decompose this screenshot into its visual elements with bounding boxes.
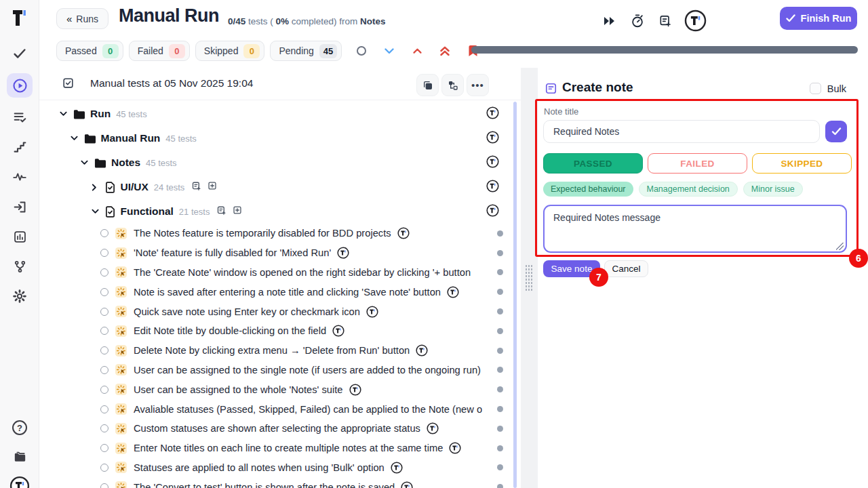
test-status-circle[interactable] [100, 249, 108, 257]
test-status-circle[interactable] [100, 424, 108, 432]
chevron-down-icon[interactable] [60, 111, 67, 117]
back-to-runs-button[interactable]: « Runs [56, 8, 108, 29]
divider-drag-handle[interactable] [525, 264, 533, 291]
test-app-badge[interactable] [427, 422, 439, 434]
test-row[interactable]: Custom statuses are shown after selectin… [39, 419, 521, 439]
test-app-badge[interactable] [401, 481, 413, 488]
chevron-down-icon[interactable] [92, 209, 99, 214]
suite-name[interactable]: UI/UX [121, 181, 149, 193]
copy-run-button[interactable] [416, 74, 439, 96]
more-options-button[interactable]: ••• [467, 74, 489, 96]
test-status-circle[interactable] [100, 366, 108, 374]
app-logo-badge[interactable] [684, 9, 707, 32]
chevron-down-icon[interactable] [381, 43, 397, 59]
tree-scrollbar[interactable] [513, 102, 517, 488]
filter-pending[interactable]: Pending45 [270, 41, 342, 61]
test-row[interactable]: Enter Note titles on each line to create… [39, 439, 521, 458]
test-title[interactable]: The 'Create Note' window is opened on th… [134, 267, 471, 278]
test-status-circle[interactable] [100, 229, 108, 237]
tree-view-button[interactable] [441, 74, 464, 96]
suite-row[interactable]: Notes45 tests [39, 150, 521, 175]
note-title-input[interactable] [543, 120, 820, 143]
test-row[interactable]: 'Note' feature is fully disabled for 'Mi… [39, 243, 521, 263]
test-row[interactable]: The Notes feature is temporarily disable… [39, 224, 521, 243]
bulk-checkbox[interactable] [810, 83, 821, 94]
test-row[interactable]: User can be assigned to the whole 'Notes… [39, 380, 521, 399]
chevron-down-icon[interactable] [81, 160, 88, 165]
add-note-icon[interactable] [216, 205, 226, 218]
test-app-badge[interactable] [349, 384, 361, 396]
nav-reports-icon[interactable] [7, 226, 33, 247]
test-row[interactable]: User can be assigned to the single note … [39, 361, 521, 380]
test-row[interactable]: Quick save note using Enter key or check… [39, 302, 521, 321]
test-status-circle[interactable] [100, 444, 108, 452]
chevron-up-icon[interactable] [409, 43, 425, 59]
suite-app-badge[interactable] [486, 204, 499, 220]
chevron-right-icon[interactable] [92, 184, 99, 191]
filter-failed[interactable]: Failed0 [129, 41, 190, 61]
test-status-circle[interactable] [100, 268, 108, 277]
nav-runs-icon[interactable] [7, 73, 33, 98]
test-title[interactable]: The 'Convert to test' button is shown af… [134, 482, 395, 488]
test-app-badge[interactable] [332, 325, 344, 337]
status-skipped-button[interactable]: SKIPPED [752, 153, 852, 174]
tag-expected-behaviour[interactable]: Expected behaviour [543, 182, 633, 197]
status-failed-button[interactable]: FAILED [648, 153, 747, 174]
test-status-circle[interactable] [100, 346, 108, 354]
status-ring-icon[interactable] [353, 43, 370, 59]
cancel-button[interactable]: Cancel [604, 260, 648, 277]
test-title[interactable]: Custom statuses are shown after selectin… [134, 423, 420, 434]
bulk-toggle[interactable]: Bulk [810, 83, 846, 94]
test-status-circle[interactable] [100, 405, 108, 413]
test-status-circle[interactable] [100, 308, 108, 316]
test-app-badge[interactable] [337, 247, 349, 259]
fast-forward-icon[interactable] [601, 12, 618, 30]
test-title[interactable]: Quick save note using Enter key or check… [134, 306, 360, 317]
test-app-badge[interactable] [416, 344, 428, 357]
finish-run-button[interactable]: Finish Run [780, 7, 857, 30]
test-status-circle[interactable] [100, 483, 108, 488]
test-title[interactable]: Statuses are applied to all notes when u… [134, 462, 384, 473]
test-title[interactable]: The Notes feature is temporarily disable… [134, 228, 391, 239]
test-row[interactable]: The 'Create Note' window is opened on th… [39, 263, 521, 283]
suite-app-badge[interactable] [486, 106, 499, 122]
suite-name[interactable]: Functional [121, 205, 174, 218]
suite-app-badge[interactable] [486, 131, 499, 146]
suite-row[interactable]: Functional21 tests [39, 199, 521, 224]
nav-steps-icon[interactable] [7, 137, 33, 157]
test-status-circle[interactable] [100, 327, 108, 335]
suite-app-badge[interactable] [486, 155, 499, 171]
test-app-badge[interactable] [397, 227, 410, 239]
suite-app-badge[interactable] [486, 180, 499, 195]
suite-name[interactable]: Run [90, 108, 111, 120]
projects-icon[interactable] [7, 447, 33, 467]
quick-save-button[interactable] [825, 121, 847, 142]
stopwatch-icon[interactable] [629, 12, 646, 30]
nav-plans-icon[interactable] [7, 107, 33, 127]
suite-row[interactable]: Manual Run45 tests [39, 126, 521, 150]
test-app-badge[interactable] [447, 286, 459, 298]
note-add-icon[interactable] [656, 12, 674, 30]
test-title[interactable]: User can be assigned to the whole 'Notes… [134, 384, 343, 395]
account-logo-icon[interactable] [7, 476, 33, 488]
test-app-badge[interactable] [366, 306, 378, 318]
test-row[interactable]: The 'Convert to test' button is shown af… [39, 477, 521, 488]
note-message-textarea[interactable]: Required Notes message [543, 205, 847, 253]
status-passed-button[interactable]: PASSED [543, 153, 643, 174]
add-note-icon[interactable] [191, 181, 201, 194]
test-title[interactable]: User can be assigned to the single note … [134, 365, 481, 375]
test-title[interactable]: Edit Note title by double-clicking on th… [134, 325, 326, 336]
test-status-circle[interactable] [100, 464, 108, 472]
help-icon[interactable]: ? [7, 418, 33, 438]
nav-tests-icon[interactable] [7, 43, 33, 64]
nav-import-icon[interactable] [7, 197, 33, 217]
add-test-icon[interactable] [208, 181, 217, 194]
test-row[interactable]: Edit Note title by double-clicking on th… [39, 321, 521, 341]
suite-name[interactable]: Manual Run [101, 132, 161, 144]
nav-activity-icon[interactable] [7, 167, 33, 187]
test-status-circle[interactable] [100, 386, 108, 394]
chevron-down-icon[interactable] [71, 136, 78, 141]
test-app-badge[interactable] [391, 462, 403, 474]
test-row[interactable]: Statuses are applied to all notes when u… [39, 458, 521, 478]
test-app-badge[interactable] [449, 442, 461, 454]
